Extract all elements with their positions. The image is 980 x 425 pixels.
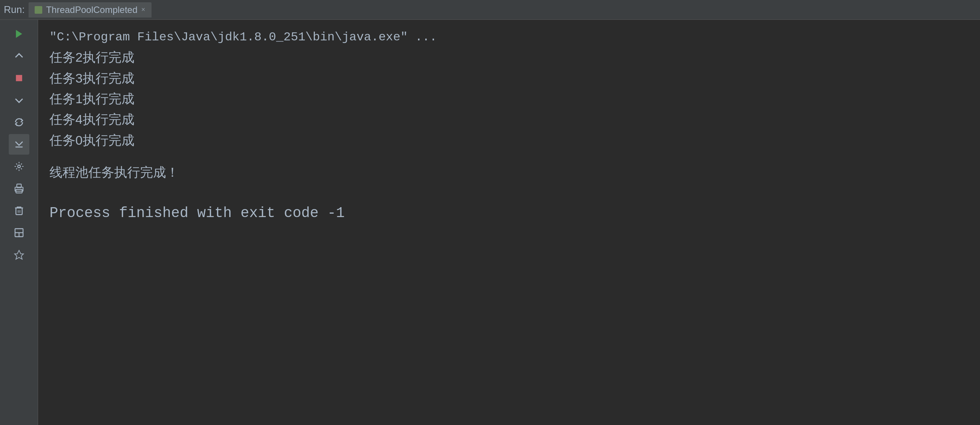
command-line: "C:\Program Files\Java\jdk1.8.0_251\bin\… [49, 27, 969, 47]
svg-rect-2 [16, 75, 22, 81]
svg-rect-8 [16, 208, 22, 215]
svg-marker-1 [16, 30, 22, 38]
task-line-1: 任务1执行完成 [49, 88, 969, 109]
stop-icon [14, 73, 24, 83]
scroll-up-button[interactable] [9, 46, 29, 66]
scroll-to-end-icon [14, 139, 24, 150]
pin-button[interactable] [9, 244, 29, 265]
stop-button[interactable] [9, 68, 29, 88]
gear-icon [14, 161, 24, 172]
scroll-to-end-button[interactable] [9, 134, 29, 155]
rerun-icon [14, 117, 24, 128]
task-line-2: 任务2执行完成 [49, 47, 969, 67]
task-line-3: 任务3执行完成 [49, 68, 969, 88]
layout-icon [14, 227, 24, 238]
arrow-down-icon [14, 95, 24, 105]
layout-button[interactable] [9, 222, 29, 243]
pin-icon [14, 249, 24, 260]
task-line-4: 任务4执行完成 [49, 109, 969, 129]
left-toolbar [0, 20, 38, 425]
spacer-2 [49, 183, 969, 194]
play-button[interactable] [9, 24, 29, 44]
print-icon [14, 183, 24, 194]
settings-button[interactable] [9, 156, 29, 177]
delete-button[interactable] [9, 200, 29, 221]
rerun-button[interactable] [9, 112, 29, 133]
main-area: "C:\Program Files\Java\jdk1.8.0_251\bin\… [0, 20, 980, 425]
svg-rect-0 [36, 8, 41, 12]
scroll-down-button[interactable] [9, 90, 29, 110]
tab-title: ThreadPoolCompleted [46, 5, 137, 15]
console-output: "C:\Program Files\Java\jdk1.8.0_251\bin\… [38, 20, 980, 425]
tab-bar: Run: ThreadPoolCompleted × [0, 0, 980, 20]
process-exit-line: Process finished with exit code -1 [49, 202, 969, 225]
tab-close-button[interactable]: × [141, 6, 145, 14]
run-label: Run: [4, 4, 25, 16]
svg-point-4 [18, 165, 20, 168]
print-button[interactable] [9, 178, 29, 199]
task-line-0: 任务0执行完成 [49, 130, 969, 150]
pool-complete-line: 线程池任务执行完成！ [49, 162, 969, 182]
play-icon [14, 29, 24, 39]
thread-pool-tab[interactable]: ThreadPoolCompleted × [29, 2, 152, 18]
tab-icon [35, 6, 42, 14]
trash-icon [14, 205, 24, 216]
arrow-up-icon [14, 51, 24, 61]
spacer-1 [49, 150, 969, 162]
